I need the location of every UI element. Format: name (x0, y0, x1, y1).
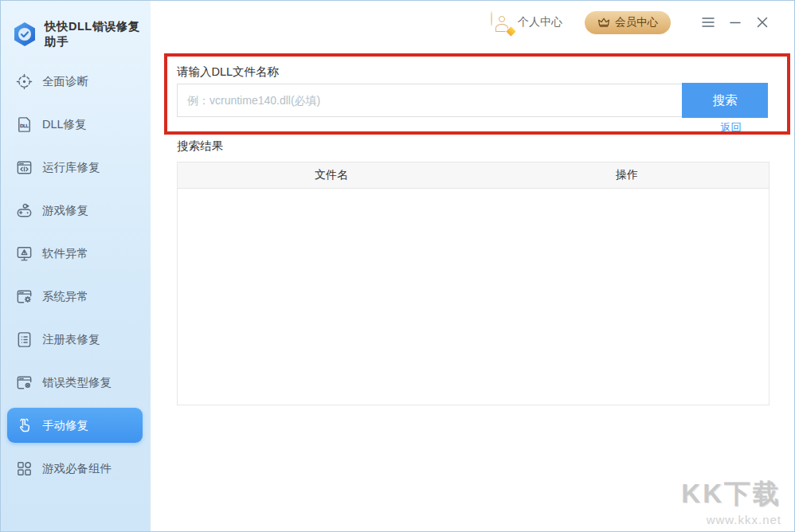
sidebar-item-label: 注册表修复 (42, 332, 100, 347)
column-header-action: 操作 (485, 168, 769, 182)
sidebar-item-label: 游戏修复 (42, 203, 88, 218)
sidebar-item-label: 全面诊断 (42, 74, 88, 89)
sidebar-item-game-repair[interactable]: 游戏修复 (1, 189, 151, 232)
gamepad-icon (15, 201, 33, 220)
user-avatar-icon (491, 12, 512, 33)
personal-center-button[interactable]: 个人中心 (491, 12, 562, 33)
system-gear-icon (15, 288, 33, 306)
app-window: 快快DLL错误修复助手 全面诊断 DLL (0, 0, 795, 532)
app-logo-row: 快快DLL错误修复助手 (1, 1, 151, 49)
sidebar-item-label: 手动修复 (42, 418, 88, 433)
watermark-url: www.kkx.net (681, 513, 781, 526)
sidebar-item-game-components[interactable]: 游戏必备组件 (1, 447, 151, 490)
target-icon (15, 72, 33, 91)
sidebar-item-error-type-repair[interactable]: 错误类型修复 (1, 361, 151, 404)
sidebar-item-dll-repair[interactable]: DLL DLL修复 (1, 103, 151, 146)
sidebar-item-label: DLL修复 (42, 117, 87, 132)
watermark-logo: KK下载 (681, 476, 781, 512)
search-button[interactable]: 搜索 (682, 83, 768, 118)
components-grid-icon (15, 460, 33, 478)
hand-click-icon (15, 417, 33, 435)
results-table-body (178, 189, 769, 405)
runtime-code-icon (15, 158, 33, 177)
sidebar-item-full-diagnosis[interactable]: 全面诊断 (1, 60, 151, 103)
results-section-label: 搜索结果 (177, 139, 223, 154)
crown-icon (597, 17, 610, 28)
error-type-icon (15, 374, 33, 392)
minimize-button[interactable] (722, 10, 749, 34)
sidebar: 快快DLL错误修复助手 全面诊断 DLL (1, 1, 151, 531)
member-center-label: 会员中心 (615, 15, 658, 29)
sidebar-item-software-error[interactable]: 软件异常 (1, 232, 151, 275)
close-button[interactable] (749, 10, 776, 34)
results-table-header: 文件名 操作 (178, 162, 769, 189)
results-table: 文件名 操作 (177, 162, 770, 405)
software-warning-icon (15, 244, 33, 263)
topbar: 个人中心 会员中心 (151, 1, 793, 44)
back-link[interactable]: 返回 (720, 121, 742, 135)
sidebar-nav: 全面诊断 DLL DLL修复 (1, 60, 151, 490)
sidebar-item-label: 软件异常 (42, 246, 88, 261)
app-title: 快快DLL错误修复助手 (45, 19, 151, 49)
app-logo-icon (11, 21, 38, 48)
personal-center-label: 个人中心 (518, 15, 562, 29)
dll-file-icon: DLL (15, 115, 33, 134)
sidebar-item-runtime-repair[interactable]: 运行库修复 (1, 146, 151, 189)
column-header-filename: 文件名 (178, 168, 485, 182)
dll-name-input[interactable] (177, 84, 682, 117)
sidebar-item-label: 系统异常 (42, 289, 88, 304)
sidebar-item-system-error[interactable]: 系统异常 (1, 275, 151, 318)
sidebar-item-label: 错误类型修复 (42, 375, 112, 390)
search-section-label: 请输入DLL文件名称 (177, 65, 279, 80)
sidebar-item-label: 运行库修复 (42, 160, 100, 175)
menu-button[interactable] (695, 10, 722, 34)
sidebar-item-manual-repair[interactable]: 手动修复 (1, 404, 151, 447)
sidebar-item-label: 游戏必备组件 (42, 461, 112, 476)
member-center-button[interactable]: 会员中心 (585, 11, 671, 34)
window-controls (695, 10, 776, 34)
watermark: KK下载 www.kkx.net (681, 476, 781, 526)
svg-text:DLL: DLL (20, 123, 29, 127)
sidebar-item-registry-repair[interactable]: 注册表修复 (1, 318, 151, 361)
registry-list-icon (15, 331, 33, 349)
